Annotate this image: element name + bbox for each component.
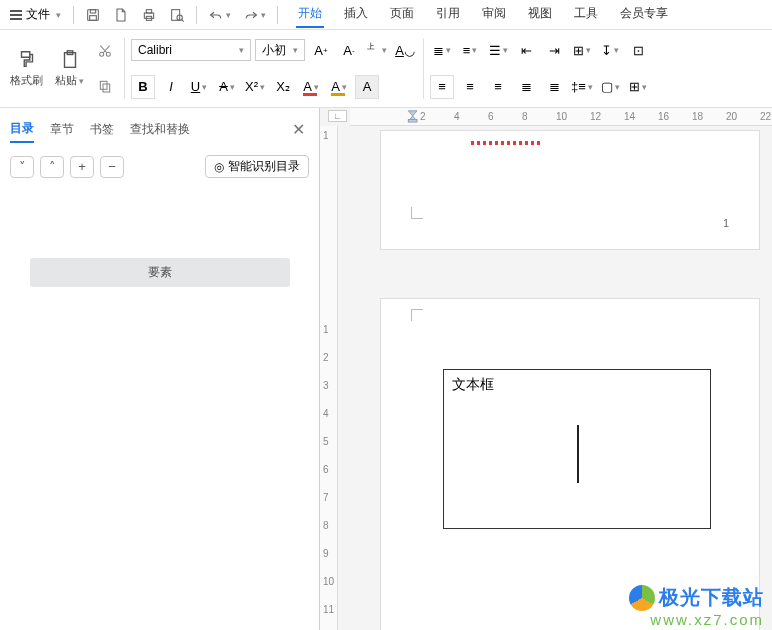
ruler-tick: 8 — [323, 520, 329, 531]
close-panel-button[interactable]: ✕ — [288, 120, 309, 139]
copy-icon[interactable] — [92, 75, 118, 97]
ruler-tick: 2 — [420, 111, 426, 122]
ruler-tick: 22 — [760, 111, 771, 122]
strikethrough-button[interactable]: A▾ — [215, 75, 239, 99]
cut-icon[interactable] — [92, 40, 118, 62]
add-button[interactable]: + — [70, 156, 94, 178]
ribbon-toolbar: 格式刷 粘贴▾ Calibri▾ 小初▾ A+ A- ㆖▾ A◡ B I U▾ … — [0, 30, 772, 108]
redo-button[interactable]: ▾ — [238, 4, 271, 26]
ruler-tick: 11 — [323, 604, 334, 615]
bullet-list-button[interactable]: ≣▾ — [430, 38, 454, 62]
file-menu-button[interactable]: 文件 ▾ — [4, 4, 67, 25]
preview-icon[interactable] — [164, 4, 190, 26]
distribute-button[interactable]: ≣ — [542, 75, 566, 99]
paste-button[interactable]: 粘贴▾ — [55, 49, 84, 88]
multilevel-list-button[interactable]: ☰▾ — [486, 38, 510, 62]
undo-button[interactable]: ▾ — [203, 4, 236, 26]
number-list-button[interactable]: ≡▾ — [458, 38, 482, 62]
smart-toc-label: 智能识别目录 — [228, 158, 300, 175]
grow-font-button[interactable]: A+ — [309, 38, 333, 62]
superscript-button[interactable]: X²▾ — [243, 75, 267, 99]
ruler-tick: 3 — [323, 380, 329, 391]
tab-review[interactable]: 审阅 — [480, 1, 508, 28]
ruler-tick: 10 — [556, 111, 567, 122]
ruler-tick: 4 — [454, 111, 460, 122]
ruler-tick: 6 — [323, 464, 329, 475]
tab-tools[interactable]: 工具 — [572, 1, 600, 28]
svg-marker-14 — [408, 111, 417, 116]
print-icon[interactable] — [136, 4, 162, 26]
logo-swirl-icon — [629, 585, 655, 611]
ruler-tick: 14 — [624, 111, 635, 122]
side-tab-chapters[interactable]: 章节 — [50, 117, 74, 142]
watermark-title: 极光下载站 — [659, 584, 764, 611]
save-icon[interactable] — [80, 4, 106, 26]
ruler-tick: 20 — [726, 111, 737, 122]
format-painter-button[interactable]: 格式刷 — [10, 49, 43, 88]
clear-format-button[interactable]: A◡ — [393, 38, 417, 62]
highlight-button[interactable]: A▾ — [327, 75, 351, 99]
indent-marker[interactable] — [404, 109, 430, 123]
underline-button[interactable]: U▾ — [187, 75, 211, 99]
italic-button[interactable]: I — [159, 75, 183, 99]
export-icon[interactable] — [108, 4, 134, 26]
font-size-select[interactable]: 小初▾ — [255, 39, 305, 61]
decrease-indent-button[interactable]: ⇤ — [514, 38, 538, 62]
textbox-content: 文本框 — [452, 376, 494, 392]
increase-indent-button[interactable]: ⇥ — [542, 38, 566, 62]
toc-element-item[interactable]: 要素 — [30, 258, 290, 287]
remove-button[interactable]: − — [100, 156, 124, 178]
ruler-tick: 18 — [692, 111, 703, 122]
shading-button[interactable]: ▢▾ — [598, 75, 622, 99]
line-spacing-button[interactable]: ‡≡▾ — [570, 75, 594, 99]
side-tab-toc[interactable]: 目录 — [10, 116, 34, 143]
page-number: 1 — [723, 217, 729, 229]
bold-button[interactable]: B — [131, 75, 155, 99]
text-box[interactable]: 文本框 — [443, 369, 711, 529]
separator — [423, 38, 424, 99]
tab-reference[interactable]: 引用 — [434, 1, 462, 28]
ruler-tab-button[interactable]: ∟ — [328, 110, 347, 122]
side-panel-tabs: 目录 章节 书签 查找和替换 ✕ — [10, 116, 309, 143]
document-canvas[interactable]: ∟ 246810121416182022 112345678910111213 … — [320, 108, 772, 630]
side-tab-findreplace[interactable]: 查找和替换 — [130, 117, 190, 142]
shrink-font-button[interactable]: A- — [337, 38, 361, 62]
char-shading-button[interactable]: A — [355, 75, 379, 99]
tab-insert[interactable]: 插入 — [342, 1, 370, 28]
collapse-button[interactable]: ˅ — [10, 156, 34, 178]
paragraph-options-button[interactable]: ⊞▾ — [570, 38, 594, 62]
separator — [124, 38, 125, 99]
align-left-button[interactable]: ≡ — [430, 75, 454, 99]
ruler-tick: 6 — [488, 111, 494, 122]
tab-member[interactable]: 会员专享 — [618, 1, 670, 28]
svg-rect-13 — [103, 84, 110, 92]
expand-button[interactable]: ˄ — [40, 156, 64, 178]
svg-rect-1 — [90, 9, 95, 12]
align-center-button[interactable]: ≡ — [458, 75, 482, 99]
svg-rect-2 — [90, 15, 97, 20]
borders-button[interactable]: ⊞▾ — [626, 75, 650, 99]
side-tab-bookmarks[interactable]: 书签 — [90, 117, 114, 142]
phonetic-guide-button[interactable]: ㆖▾ — [365, 38, 389, 62]
vertical-ruler[interactable]: 112345678910111213 — [320, 126, 338, 630]
sort-button[interactable]: ↧▾ — [598, 38, 622, 62]
font-color-button[interactable]: A▾ — [299, 75, 323, 99]
watermark-url: www.xz7.com — [629, 611, 764, 628]
tab-page[interactable]: 页面 — [388, 1, 416, 28]
file-menu-label: 文件 — [26, 6, 50, 23]
format-painter-label: 格式刷 — [10, 73, 43, 88]
ruler-tick: 9 — [323, 548, 329, 559]
tab-view[interactable]: 视图 — [526, 1, 554, 28]
tab-start[interactable]: 开始 — [296, 1, 324, 28]
paste-group: 粘贴▾ — [51, 34, 88, 103]
font-name-select[interactable]: Calibri▾ — [131, 39, 251, 61]
document-page-1[interactable]: 1 — [380, 130, 760, 250]
subscript-button[interactable]: X₂ — [271, 75, 295, 99]
smart-toc-button[interactable]: ◎ 智能识别目录 — [205, 155, 309, 178]
document-page-2[interactable]: 文本框 — [380, 298, 760, 630]
align-justify-button[interactable]: ≣ — [514, 75, 538, 99]
align-right-button[interactable]: ≡ — [486, 75, 510, 99]
ruler-tick: 5 — [323, 436, 329, 447]
show-marks-button[interactable]: ⊡ — [626, 38, 650, 62]
horizontal-ruler[interactable]: ∟ 246810121416182022 — [350, 108, 772, 126]
